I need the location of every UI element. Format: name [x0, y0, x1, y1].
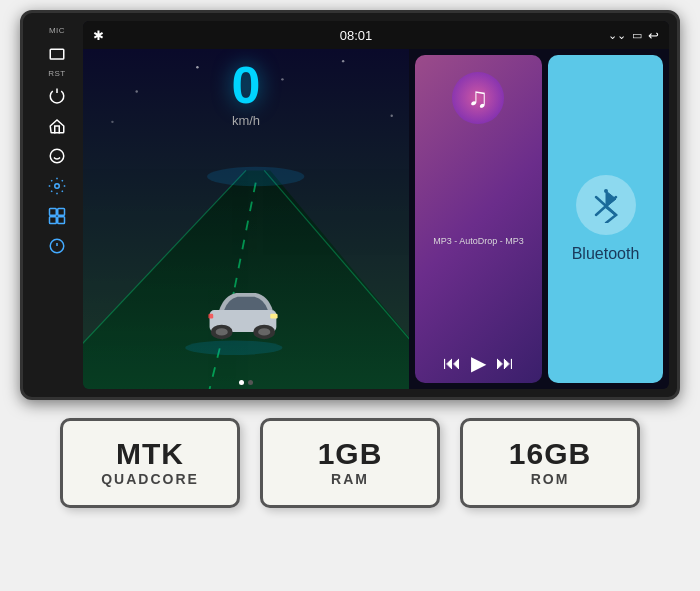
svg-point-37: [604, 189, 608, 193]
bluetooth-panel[interactable]: Bluetooth: [548, 55, 663, 383]
bluetooth-label: Bluetooth: [572, 245, 640, 263]
window-button[interactable]: [41, 39, 73, 67]
road-section: 0 km/h: [83, 49, 409, 389]
spec-rom-sub: ROM: [531, 471, 570, 487]
specs-section: MTK QUADCORE 1GB RAM 16GB ROM: [40, 400, 660, 518]
svg-point-17: [111, 121, 113, 123]
spec-mtk-sub: QUADCORE: [101, 471, 199, 487]
volume-up-button[interactable]: [41, 202, 73, 230]
svg-point-15: [342, 60, 344, 62]
music-controls: ⏮ ▶ ⏭: [443, 351, 514, 375]
home-button[interactable]: [41, 112, 73, 140]
svg-point-12: [136, 90, 138, 92]
svg-rect-0: [50, 49, 64, 59]
speed-value: 0: [232, 59, 261, 111]
svg-rect-30: [270, 314, 277, 319]
speed-display: 0 km/h: [232, 59, 261, 128]
time-display: 08:01: [340, 28, 373, 43]
rst-label: RST: [48, 69, 66, 78]
svg-point-32: [185, 340, 282, 355]
svg-rect-8: [58, 217, 65, 224]
android-button[interactable]: [41, 142, 73, 170]
svg-point-13: [196, 66, 198, 68]
svg-point-1: [50, 149, 64, 163]
volume-down-button[interactable]: [41, 232, 73, 260]
svg-point-18: [391, 115, 393, 117]
main-screen: ✱ 08:01 ⌄⌄ ▭ ↩ 0 km/h: [83, 21, 669, 389]
svg-point-27: [216, 328, 228, 335]
svg-point-14: [281, 78, 283, 80]
music-note-icon: ♫: [451, 71, 506, 130]
speed-unit: km/h: [232, 113, 260, 128]
screen-content: 0 km/h: [83, 49, 669, 389]
spec-badge-mtk: MTK QUADCORE: [60, 418, 240, 508]
spec-ram-main: 1GB: [318, 439, 383, 469]
svg-rect-5: [50, 209, 57, 216]
settings-button[interactable]: [41, 172, 73, 200]
status-bar-right: ⌄⌄ ▭ ↩: [608, 28, 659, 43]
prev-button[interactable]: ⏮: [443, 353, 461, 374]
svg-point-29: [258, 328, 270, 335]
svg-point-24: [207, 167, 304, 186]
svg-rect-7: [50, 217, 57, 224]
play-button[interactable]: ▶: [471, 351, 486, 375]
device-container: MIC RST: [0, 0, 700, 518]
status-bar-left: ✱: [93, 28, 104, 43]
spec-badge-ram: 1GB RAM: [260, 418, 440, 508]
svg-point-4: [55, 184, 60, 189]
spec-rom-main: 16GB: [509, 439, 591, 469]
up-arrows-icon: ⌄⌄: [608, 29, 626, 42]
radio-unit: MIC RST: [20, 10, 680, 400]
bluetooth-icon-circle: [576, 175, 636, 235]
music-track-name: MP3 - AutoDrop - MP3: [433, 236, 524, 246]
svg-rect-31: [208, 314, 213, 319]
right-panels: ♫ MP3 - AutoDrop - MP3 ⏮ ▶ ⏭: [409, 49, 669, 389]
spec-mtk-main: MTK: [116, 439, 184, 469]
window-nav-icon: ▭: [632, 29, 642, 42]
status-bar-center: 08:01: [340, 28, 373, 43]
bluetooth-status-icon: ✱: [93, 28, 104, 43]
dot-2: [248, 380, 253, 385]
dot-1: [239, 380, 244, 385]
bluetooth-icon: [588, 187, 624, 223]
next-button[interactable]: ⏭: [496, 353, 514, 374]
power-button[interactable]: [41, 82, 73, 110]
svg-text:♫: ♫: [468, 82, 489, 113]
music-panel[interactable]: ♫ MP3 - AutoDrop - MP3 ⏮ ▶ ⏭: [415, 55, 542, 383]
status-bar: ✱ 08:01 ⌄⌄ ▭ ↩: [83, 21, 669, 49]
back-nav-icon: ↩: [648, 28, 659, 43]
left-sidebar: MIC RST: [31, 21, 83, 389]
mic-label: MIC: [49, 26, 65, 35]
spec-badge-rom: 16GB ROM: [460, 418, 640, 508]
pagination-dots: [239, 380, 253, 385]
svg-rect-6: [58, 209, 65, 216]
spec-ram-sub: RAM: [331, 471, 369, 487]
